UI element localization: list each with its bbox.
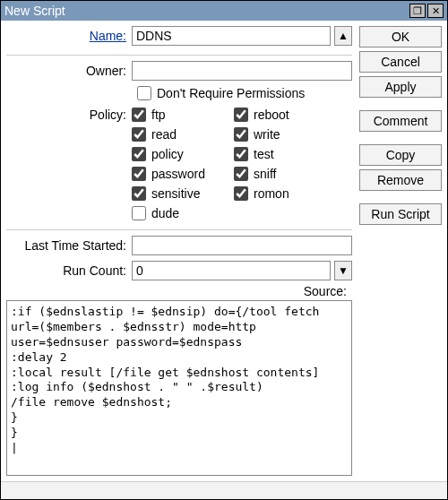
divider xyxy=(6,55,352,56)
apply-button[interactable]: Apply xyxy=(359,76,442,98)
policy-write[interactable]: write xyxy=(234,127,332,142)
policy-reboot[interactable]: reboot xyxy=(234,108,332,122)
close-icon[interactable]: ✕ xyxy=(427,4,444,18)
cancel-button[interactable]: Cancel xyxy=(359,51,442,73)
source-textarea[interactable] xyxy=(6,300,352,476)
arrow-down-icon: ▼ xyxy=(338,264,349,277)
window-frame: New Script ❐ ✕ Name: ▲ Owner: Don't Requ… xyxy=(0,0,448,500)
main-column: Name: ▲ Owner: Don't Require Permissions… xyxy=(6,26,352,476)
last-time-row: Last Time Started: xyxy=(6,236,352,255)
copy-button[interactable]: Copy xyxy=(359,144,442,166)
policy-sensitive[interactable]: sensitive xyxy=(132,186,230,201)
policy-test-label: test xyxy=(254,147,274,161)
policy-sensitive-label: sensitive xyxy=(151,186,200,201)
name-input[interactable] xyxy=(132,26,331,46)
scroll-up-button[interactable]: ▲ xyxy=(334,26,352,46)
window-body: Name: ▲ Owner: Don't Require Permissions… xyxy=(1,21,447,481)
policy-write-label: write xyxy=(254,127,280,142)
policy-read-label: read xyxy=(151,127,177,142)
policy-test[interactable]: test xyxy=(234,147,332,161)
policy-dude-label: dude xyxy=(151,206,179,220)
policy-label: Policy: xyxy=(6,108,132,220)
policy-romon-label: romon xyxy=(254,186,289,201)
restore-icon[interactable]: ❐ xyxy=(409,4,426,18)
run-count-row: Run Count: ▼ xyxy=(6,261,352,280)
run-count-label: Run Count: xyxy=(6,263,132,278)
policy-reboot-checkbox[interactable] xyxy=(234,108,248,122)
ok-button[interactable]: OK xyxy=(359,26,442,47)
run-script-button[interactable]: Run Script xyxy=(359,203,442,225)
policy-grid: ftprebootreadwritepolicytestpasswordsnif… xyxy=(132,108,352,220)
policy-policy-checkbox[interactable] xyxy=(132,147,146,161)
policy-password-checkbox[interactable] xyxy=(132,167,146,181)
policy-sniff-checkbox[interactable] xyxy=(234,167,248,181)
policy-sniff[interactable]: sniff xyxy=(234,167,332,181)
policy-password-label: password xyxy=(151,167,205,181)
policy-write-checkbox[interactable] xyxy=(234,127,248,142)
policy-read-checkbox[interactable] xyxy=(132,127,146,142)
dont-require-row: Don't Require Permissions xyxy=(137,86,352,100)
policy-ftp-label: ftp xyxy=(151,108,166,122)
owner-row: Owner: xyxy=(6,61,352,81)
policy-romon[interactable]: romon xyxy=(234,186,332,201)
divider-2 xyxy=(6,229,352,230)
policy-block: Policy: ftprebootreadwritepolicytestpass… xyxy=(6,108,352,220)
last-time-input xyxy=(132,236,352,255)
policy-ftp[interactable]: ftp xyxy=(132,108,230,122)
source-label: Source: xyxy=(6,282,352,300)
policy-dude[interactable]: dude xyxy=(132,206,230,220)
policy-policy[interactable]: policy xyxy=(132,147,230,161)
policy-ftp-checkbox[interactable] xyxy=(132,108,146,122)
dont-require-checkbox[interactable] xyxy=(137,86,151,100)
policy-password[interactable]: password xyxy=(132,167,230,181)
policy-dude-checkbox[interactable] xyxy=(132,206,146,220)
side-column: OK Cancel Apply Comment Copy Remove Run … xyxy=(359,26,442,476)
policy-reboot-label: reboot xyxy=(254,108,289,122)
remove-button[interactable]: Remove xyxy=(359,169,442,191)
titlebar: New Script ❐ ✕ xyxy=(1,1,447,21)
policy-read[interactable]: read xyxy=(132,127,230,142)
name-label: Name: xyxy=(6,29,132,43)
run-count-input xyxy=(132,261,331,280)
policy-policy-label: policy xyxy=(151,147,184,161)
scroll-down-button[interactable]: ▼ xyxy=(334,261,352,280)
arrow-up-icon: ▲ xyxy=(338,30,349,42)
window-title: New Script xyxy=(4,4,408,18)
owner-input[interactable] xyxy=(132,61,352,81)
last-time-label: Last Time Started: xyxy=(6,238,132,253)
policy-sensitive-checkbox[interactable] xyxy=(132,186,146,201)
policy-test-checkbox[interactable] xyxy=(234,147,248,161)
policy-romon-checkbox[interactable] xyxy=(234,186,248,201)
owner-label: Owner: xyxy=(6,64,132,78)
status-bar xyxy=(1,481,447,499)
name-row: Name: ▲ xyxy=(6,26,352,46)
policy-sniff-label: sniff xyxy=(254,167,276,181)
dont-require-label: Don't Require Permissions xyxy=(157,86,305,100)
comment-button[interactable]: Comment xyxy=(359,110,442,132)
